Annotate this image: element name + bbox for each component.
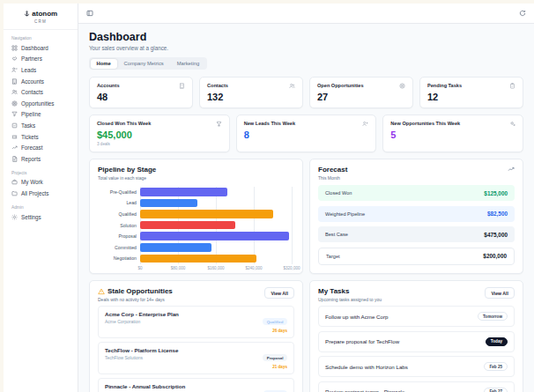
stat-label: Contacts: [207, 83, 228, 88]
chart-category-label: Negotiation: [98, 255, 140, 261]
chart-row: Pre-Qualified: [98, 187, 294, 198]
sidebar-item-my-work[interactable]: My Work: [4, 177, 78, 189]
logo-subtext: CRM: [7, 19, 74, 24]
building-icon: [11, 78, 18, 85]
app-logo: atonom CRM: [4, 4, 78, 30]
main-area: Dashboard Your sales overview at a glanc…: [78, 4, 534, 392]
stale-view-all-button[interactable]: View All: [264, 287, 294, 299]
building-icon: [179, 83, 185, 89]
sidebar-item-settings[interactable]: Settings: [4, 211, 78, 223]
stage-badge: Qualified: [263, 318, 287, 325]
warning-triangle-icon: [98, 288, 105, 295]
sidebar-section-projects: Projects: [11, 171, 70, 175]
bottom-row: Stale Opportunities Deals with no activi…: [89, 280, 523, 392]
due-badge: Today: [486, 337, 508, 346]
stat-value: 48: [97, 92, 185, 102]
dashboard-tabs: Home Company Metrics Marketing: [89, 57, 207, 70]
users-icon: [11, 89, 18, 95]
x-tick-label: $320,000: [283, 266, 300, 270]
sidebar-item-accounts[interactable]: Accounts: [4, 76, 78, 87]
stale-days: 21 days: [263, 365, 287, 369]
forecast-row-weighted-pipeline: Weighted Pipeline $82,500: [318, 206, 515, 222]
chart-subtitle: Total value in each stage: [98, 175, 294, 181]
x-tick-label: $80,000: [171, 266, 186, 270]
stat-card-new-opportunities-week: New Opportunities This Week 5: [382, 115, 523, 152]
forecast-subtitle: This Month: [318, 175, 347, 181]
tab-company-metrics[interactable]: Company Metrics: [118, 59, 170, 69]
stat-label: New Leads This Week: [244, 121, 295, 126]
stale-days: 26 days: [263, 329, 287, 333]
sidebar-item-tickets[interactable]: Tickets: [4, 131, 78, 143]
forecast-row-best-case: Best Case $475,000: [318, 226, 515, 242]
middle-row: Pipeline by Stage Total value in each st…: [89, 159, 523, 274]
sidebar-item-pipeline[interactable]: Pipeline: [4, 109, 78, 121]
check-square-icon: [11, 122, 18, 129]
app-window: atonom CRM Navigation Dashboard Partners…: [4, 4, 534, 392]
my-tasks-panel: My Tasks Upcoming tasks assigned to you …: [309, 280, 523, 392]
task-row[interactable]: Review contract terms - Pinnacle Feb 27: [318, 381, 515, 392]
pipeline-chart-x-axis: $0$80,000$160,000$240,000$320,000: [140, 264, 292, 271]
chart-category-label: Solution: [98, 223, 140, 228]
stale-opportunity-row[interactable]: Pinnacle - Annual Subscription Pinnacle …: [98, 378, 294, 392]
stale-opportunity-row[interactable]: TechFlow - Platform License TechFlow Sol…: [98, 342, 294, 374]
stat-label: Pending Tasks: [427, 83, 462, 88]
trophy-icon: [216, 121, 222, 127]
sidebar-item-tasks[interactable]: Tasks: [4, 120, 78, 131]
chart-category-label: Qualified: [98, 211, 140, 217]
tasks-subtitle: Upcoming tasks assigned to you: [318, 297, 382, 302]
folder-icon: [11, 190, 18, 196]
sidebar-item-all-projects[interactable]: All Projects: [4, 188, 78, 199]
forecast-panel: Forecast This Month Closed Won $125,000 …: [309, 159, 523, 274]
sidebar-item-forecast[interactable]: Forecast: [4, 142, 78, 153]
stat-label: Open Opportunities: [317, 83, 364, 88]
chart-bar: [140, 221, 235, 230]
chart-category-label: Proposal: [98, 233, 140, 239]
stat-value: 5: [390, 129, 515, 140]
lead-user-icon: [11, 67, 18, 73]
refresh-icon[interactable]: [519, 10, 526, 17]
chart-category-label: Committed: [98, 245, 140, 250]
due-badge: Tomorrow: [478, 312, 508, 321]
stale-opportunity-row[interactable]: Acme Corp - Enterprise Plan Acme Corpora…: [98, 306, 294, 338]
sidebar-section-admin: Admin: [11, 205, 70, 210]
stat-value: 8: [244, 129, 369, 140]
sidebar-item-opportunities[interactable]: Opportunities: [4, 98, 78, 109]
stage-badge: Proposal: [263, 354, 287, 361]
chart-bar: [140, 255, 256, 263]
task-row[interactable]: Prepare proposal for TechFlow Today: [318, 331, 515, 352]
stat-label: New Opportunities This Week: [390, 121, 460, 126]
sidebar-item-reports[interactable]: Reports: [4, 153, 78, 165]
sidebar: atonom CRM Navigation Dashboard Partners…: [4, 4, 78, 392]
stale-subtitle: Deals with no activity for 14+ days: [98, 297, 173, 302]
tasks-title: My Tasks: [318, 287, 382, 295]
x-tick-label: $160,000: [207, 266, 224, 270]
forecast-title: Forecast: [318, 166, 347, 174]
tasks-view-all-button[interactable]: View All: [485, 287, 515, 299]
task-row[interactable]: Follow up with Acme Corp Tomorrow: [318, 306, 515, 327]
sidebar-item-leads[interactable]: Leads: [4, 64, 78, 76]
task-row[interactable]: Schedule demo with Horizon Labs Feb 25: [318, 356, 515, 377]
chart-bar: [140, 210, 273, 218]
logo-text: atonom: [32, 10, 57, 18]
stale-opportunities-panel: Stale Opportunities Deals with no activi…: [89, 280, 303, 392]
chart-row: Negotiation: [98, 253, 294, 264]
chart-bar: [140, 232, 289, 240]
sidebar-toggle-icon[interactable]: [86, 10, 93, 17]
sidebar-section-navigation: Navigation: [11, 36, 70, 41]
sidebar-item-dashboard[interactable]: Dashboard: [4, 42, 78, 54]
stat-value: 132: [207, 92, 295, 102]
stat-card-open-opportunities: Open Opportunities 27: [309, 77, 413, 108]
user-plus-icon: [362, 121, 368, 127]
sidebar-item-partners[interactable]: Partners: [4, 54, 78, 65]
tab-home[interactable]: Home: [91, 59, 117, 69]
briefcase-icon: [11, 179, 18, 185]
sidebar-item-contacts[interactable]: Contacts: [4, 86, 78, 98]
chart-bar: [140, 243, 211, 252]
tab-marketing[interactable]: Marketing: [171, 59, 205, 69]
stat-card-contacts: Contacts 132: [199, 77, 303, 108]
logo-icon: [24, 11, 30, 17]
funnel-icon: [11, 111, 18, 117]
clipboard-icon: [509, 83, 515, 89]
due-badge: Feb 25: [484, 362, 508, 371]
trending-up-icon: [508, 166, 515, 173]
